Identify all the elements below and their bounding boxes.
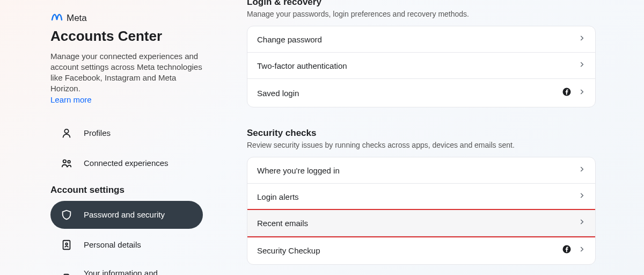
svg-point-1 — [63, 160, 67, 163]
sidebar-item-label: Personal details — [84, 240, 141, 249]
login-recovery-card: Change password Two-factor authenticatio… — [247, 26, 596, 107]
brand-name: Meta — [67, 13, 87, 24]
sidebar-item-connected[interactable]: Connected experiences — [50, 149, 203, 177]
sidebar-item-password-security[interactable]: Password and security — [50, 201, 203, 229]
row-label: Where you're logged in — [257, 166, 340, 175]
row-security-checkup[interactable]: Security Checkup — [247, 236, 595, 264]
account-settings-header: Account settings — [50, 185, 203, 196]
svg-point-4 — [65, 243, 68, 245]
chevron-right-icon — [578, 34, 586, 44]
login-recovery-desc: Manage your passwords, login preferences… — [247, 10, 596, 18]
learn-more-link[interactable]: Learn more — [50, 95, 92, 104]
security-checks-card: Where you're logged in Login alerts Rece… — [247, 157, 596, 265]
sidebar-item-personal-details[interactable]: Personal details — [50, 231, 203, 259]
sidebar-item-info-permissions[interactable]: Your information and permissions — [50, 261, 203, 275]
row-label: Two-factor authentication — [257, 61, 347, 70]
row-label: Login alerts — [257, 192, 299, 201]
row-label: Security Checkup — [257, 246, 320, 255]
shield-icon — [60, 208, 73, 221]
chevron-right-icon — [578, 192, 586, 201]
facebook-icon — [562, 244, 572, 256]
row-where-logged-in[interactable]: Where you're logged in — [247, 157, 595, 184]
chevron-right-icon — [578, 165, 586, 175]
row-login-alerts[interactable]: Login alerts — [247, 184, 595, 210]
chevron-right-icon — [578, 218, 586, 228]
sidebar-item-label: Connected experiences — [84, 158, 169, 168]
facebook-icon — [562, 87, 572, 99]
row-recent-emails[interactable]: Recent emails — [247, 210, 595, 236]
chevron-right-icon — [578, 61, 586, 70]
svg-point-2 — [68, 161, 70, 163]
sidebar: Meta Accounts Center Manage your connect… — [0, 0, 215, 275]
page-description: Manage your connected experiences and ac… — [50, 51, 203, 94]
page-title: Accounts Center — [50, 28, 203, 45]
security-checks-desc: Review security issues by running checks… — [247, 141, 596, 149]
meta-logo-icon — [50, 13, 63, 24]
chevron-right-icon — [578, 88, 586, 98]
sidebar-item-label: Password and security — [84, 210, 165, 219]
row-label: Recent emails — [257, 219, 308, 228]
doc-lock-icon — [60, 272, 73, 276]
row-label: Change password — [257, 35, 322, 44]
row-two-factor[interactable]: Two-factor authentication — [247, 53, 595, 79]
row-label: Saved login — [257, 89, 299, 98]
id-card-icon — [60, 238, 73, 251]
main-content: Login & recovery Manage your passwords, … — [215, 0, 644, 275]
sidebar-item-label: Your information and permissions — [84, 269, 193, 275]
row-saved-login[interactable]: Saved login — [247, 79, 595, 107]
security-checks-title: Security checks — [247, 128, 596, 139]
row-change-password[interactable]: Change password — [247, 26, 595, 53]
people-icon — [60, 157, 73, 170]
sidebar-item-label: Profiles — [84, 128, 111, 138]
svg-point-0 — [64, 129, 68, 133]
sidebar-item-profiles[interactable]: Profiles — [50, 119, 203, 147]
brand-row: Meta — [50, 13, 203, 24]
chevron-right-icon — [578, 245, 586, 255]
person-icon — [60, 127, 73, 140]
login-recovery-title: Login & recovery — [247, 0, 596, 8]
